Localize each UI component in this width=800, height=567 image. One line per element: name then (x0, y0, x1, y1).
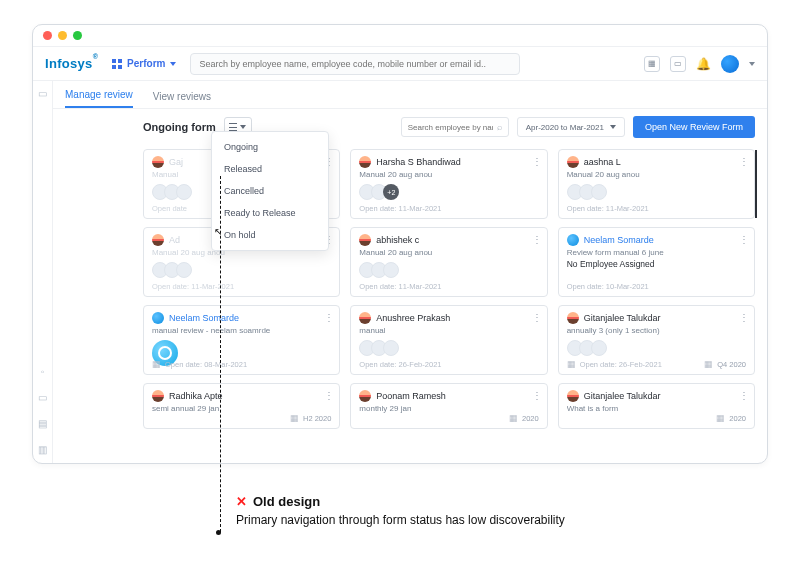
card-open-date: Open date: 11-Mar-2021 (359, 204, 441, 213)
window-titlebar (33, 25, 767, 47)
kebab-icon[interactable]: ⋮ (739, 390, 748, 401)
assignees: +2 (359, 184, 538, 200)
perform-nav-button[interactable]: Perform (112, 58, 176, 69)
assignees (567, 184, 746, 200)
avatar-icon (152, 390, 164, 402)
rail-icon-user[interactable]: ◦ (37, 365, 49, 377)
review-card[interactable]: Poonam Ramesh⋮monthly 29 jan▦2020 (350, 383, 547, 429)
kebab-icon[interactable]: ⋮ (324, 390, 333, 401)
avatar-icon (567, 234, 579, 246)
dropdown-item[interactable]: Released (212, 158, 328, 180)
left-rail: ▭ ◦ ▭ ▤ ▥ (33, 81, 53, 463)
window-close-icon[interactable] (43, 31, 52, 40)
kebab-icon[interactable]: ⋮ (532, 312, 541, 323)
rail-icon-2[interactable]: ▭ (37, 391, 49, 403)
window-maximize-icon[interactable] (73, 31, 82, 40)
bell-icon[interactable]: 🔔 (696, 57, 711, 71)
avatar-icon (359, 312, 371, 324)
row-pointer (755, 150, 757, 218)
assignee-more-badge: +2 (383, 184, 399, 200)
dropdown-item[interactable]: Cancelled (212, 180, 328, 202)
review-card[interactable]: abhishek c⋮Manual 20 aug anouOpen date: … (350, 227, 547, 297)
rail-icon-3[interactable]: ▤ (37, 417, 49, 429)
kebab-icon[interactable]: ⋮ (532, 156, 541, 167)
annotation-dot-icon (216, 530, 221, 535)
employee-search-input[interactable] (408, 123, 493, 132)
calendar-icon: ▦ (509, 413, 518, 423)
rail-icon-1[interactable]: ▭ (37, 87, 49, 99)
user-avatar[interactable] (721, 55, 739, 73)
annotation-title: ✕ Old design (236, 494, 565, 509)
app-window: Infosys® Perform ▦ ▭ 🔔 ▭ ◦ ▭ ▤ ▥ Manage … (32, 24, 768, 464)
avatar-icon (359, 156, 371, 168)
cards-grid-wrap: Gaj⋮ManualOpen dateHarsha S Bhandiwad⋮Ma… (53, 145, 767, 463)
card-period-badge: ▦2020 (716, 413, 746, 423)
card-employee-name: Gitanjalee Talukdar (584, 391, 661, 401)
toolbar: Ongoing form ⌕ Apr-2020 to Mar-2021 Open… (53, 109, 767, 145)
review-card[interactable]: Radhika Apte⋮semi annual 29 jan▦H2 2020 (143, 383, 340, 429)
kebab-icon[interactable]: ⋮ (739, 156, 748, 167)
header-actions: ▦ ▭ 🔔 (644, 55, 755, 73)
dropdown-item[interactable]: Ready to Release (212, 202, 328, 224)
chevron-down-icon (610, 125, 616, 129)
date-range-picker[interactable]: Apr-2020 to Mar-2021 (517, 117, 625, 137)
assignees (359, 262, 538, 278)
assignee-avatar-icon (383, 262, 399, 278)
assignees (152, 262, 331, 278)
list-icon (229, 123, 237, 131)
card-subtitle: Manual 20 aug anou (359, 248, 538, 257)
card-subtitle: Manual 20 aug anou (359, 170, 538, 179)
global-search-input[interactable] (199, 59, 511, 69)
date-range-label: Apr-2020 to Mar-2021 (526, 123, 604, 132)
kebab-icon[interactable]: ⋮ (324, 312, 333, 323)
review-card[interactable]: aashna L⋮Manual 20 aug anouOpen date: 11… (558, 149, 755, 219)
card-subtitle: annually 3 (only 1 section) (567, 326, 746, 335)
kebab-icon[interactable]: ⋮ (532, 234, 541, 245)
review-card[interactable]: Harsha S Bhandiwad⋮Manual 20 aug anou+2O… (350, 149, 547, 219)
kebab-icon[interactable]: ⋮ (739, 312, 748, 323)
review-card[interactable]: Anushree Prakash⋮manualOpen date: 26-Feb… (350, 305, 547, 375)
card-open-date: Open date: 26-Feb-2021 (359, 360, 441, 369)
card-employee-name: Gaj (169, 157, 183, 167)
card-open-date: ▦Open date: 08-Mar-2021 (152, 359, 247, 369)
global-search[interactable] (190, 53, 520, 75)
calendar-icon: ▦ (716, 413, 725, 423)
avatar-icon (152, 234, 164, 246)
card-employee-name: Anushree Prakash (376, 313, 450, 323)
chevron-down-icon (170, 62, 176, 66)
annotation-title-text: Old design (253, 494, 320, 509)
kebab-icon[interactable]: ⋮ (532, 390, 541, 401)
x-icon: ✕ (236, 494, 247, 509)
grid-icon (112, 59, 122, 69)
kebab-icon[interactable]: ⋮ (739, 234, 748, 245)
avatar-icon (152, 156, 164, 168)
review-card[interactable]: Neelam Somarde⋮Review form manual 6 june… (558, 227, 755, 297)
card-employee-name: aashna L (584, 157, 621, 167)
open-new-review-button[interactable]: Open New Review Form (633, 116, 755, 138)
card-subtitle: manual review - neelam soamrde (152, 326, 331, 335)
review-card[interactable]: Gitanjalee Talukdar⋮What is a form▦2020 (558, 383, 755, 429)
rail-icon-4[interactable]: ▥ (37, 443, 49, 455)
tab-view-reviews[interactable]: View reviews (153, 91, 211, 108)
tab-manage-review[interactable]: Manage review (65, 89, 133, 108)
review-card[interactable]: Gitanjalee Talukdar⋮annually 3 (only 1 s… (558, 305, 755, 375)
card-employee-name: Poonam Ramesh (376, 391, 446, 401)
assignees (567, 340, 746, 356)
employee-search[interactable]: ⌕ (401, 117, 509, 137)
dropdown-item[interactable]: On hold (212, 224, 328, 246)
card-subtitle: semi annual 29 jan (152, 404, 331, 413)
dropdown-item[interactable]: Ongoing (212, 136, 328, 158)
avatar-icon (359, 234, 371, 246)
card-employee-name: Harsha S Bhandiwad (376, 157, 461, 167)
review-card[interactable]: Neelam Somarde⋮manual review - neelam so… (143, 305, 340, 375)
window-minimize-icon[interactable] (58, 31, 67, 40)
status-dropdown: Ongoing Released Cancelled Ready to Rele… (211, 131, 329, 251)
calendar-icon[interactable]: ▦ (644, 56, 660, 72)
card-subtitle: Review form manual 6 june (567, 248, 746, 257)
chevron-down-icon (240, 125, 246, 129)
annotation-subtitle: Primary navigation through form status h… (236, 513, 565, 527)
inbox-icon[interactable]: ▭ (670, 56, 686, 72)
user-menu-chevron-icon[interactable] (749, 62, 755, 66)
card-period-badge: ▦H2 2020 (290, 413, 331, 423)
card-subtitle: manual (359, 326, 538, 335)
